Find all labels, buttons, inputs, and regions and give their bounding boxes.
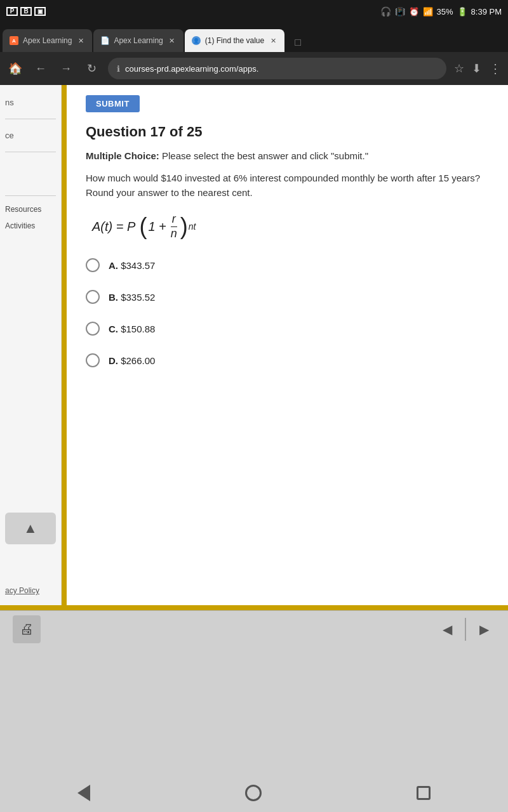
choice-c-letter: C.: [109, 324, 118, 334]
forward-nav-button[interactable]: →: [57, 60, 75, 77]
choice-d-letter: D.: [109, 355, 118, 366]
formula-close-paren: ): [180, 215, 188, 238]
battery-icon: 🔋: [457, 7, 467, 16]
sidebar-divider-3: [5, 195, 56, 196]
choice-b-label: B. $335.52: [109, 292, 155, 303]
formula-A: A(t) = P: [92, 219, 135, 234]
choice-a-label: A. $343.57: [109, 260, 155, 271]
choice-b[interactable]: B. $335.52: [86, 290, 489, 304]
sidebar-divider-1: [5, 119, 56, 119]
submit-button[interactable]: SUBMIT: [86, 95, 140, 112]
back-nav-button[interactable]: ←: [32, 60, 50, 77]
status-bar-right: 🎧 📳 ⏰ 📶 35% 🔋 8:39 PM: [380, 6, 502, 16]
radio-a[interactable]: [86, 258, 100, 272]
address-bar: 🏠 ← → ↻ ℹ courses-prd.apexlearning.com/a…: [0, 52, 508, 85]
sidebar-item-ns: ns: [0, 91, 61, 114]
multiple-choice-label: Multiple Choice:: [86, 150, 159, 161]
new-tab-button[interactable]: □: [288, 33, 307, 52]
choice-a-value: $343.57: [121, 260, 155, 271]
android-nav-bar: [0, 774, 508, 812]
vibrate-icon: 📳: [395, 7, 405, 16]
print-button[interactable]: 🖨: [13, 615, 41, 643]
formula-open-paren: (: [139, 215, 147, 238]
formula-exponent: nt: [189, 221, 196, 232]
choice-d-value: $266.00: [121, 355, 155, 366]
tab-label-3: (1) Find the value: [205, 36, 264, 45]
browser-chrome: A Apex Learning ✕ 📄 Apex Learning ✕ 👤 (1…: [0, 23, 508, 85]
alarm-icon: ⏰: [409, 7, 419, 16]
home-circle-icon: [245, 785, 262, 801]
triangle-up-icon: ▲: [23, 520, 37, 537]
sidebar-item-activities[interactable]: Activities: [0, 218, 61, 234]
secure-icon: ℹ: [117, 64, 120, 74]
page-wrapper: ns ce Resources Activities ▲ acy Policy …: [0, 85, 508, 605]
recents-square-icon: [417, 786, 431, 800]
print-icon: 🖨: [20, 621, 34, 638]
bookmark-icon[interactable]: ☆: [454, 62, 464, 75]
doc-favicon-2: 📄: [100, 36, 110, 46]
radio-b[interactable]: [86, 290, 100, 304]
next-arrow-button[interactable]: ▶: [472, 618, 495, 641]
tab-close-1[interactable]: ✕: [76, 36, 86, 46]
fraction-denominator: n: [170, 227, 178, 241]
tab-label-2: Apex Learning: [114, 36, 163, 45]
choice-d[interactable]: D. $266.00: [86, 353, 489, 367]
pb-icons: P B ▣: [6, 7, 46, 16]
sidebar-nav-button[interactable]: ▲: [5, 513, 56, 544]
choice-a-letter: A.: [109, 260, 118, 271]
tab-find-value[interactable]: 👤 (1) Find the value ✕: [185, 29, 284, 52]
choice-b-value: $335.52: [121, 292, 155, 303]
choice-c-label: C. $150.88: [109, 324, 155, 334]
radio-c[interactable]: [86, 322, 100, 336]
question-type-rest: Please select the best answer and click …: [159, 150, 368, 161]
choice-a[interactable]: A. $343.57: [86, 258, 489, 272]
next-arrow-icon: ▶: [479, 622, 489, 637]
headphone-icon: 🎧: [380, 6, 391, 16]
main-content: SUBMIT Question 17 of 25 Multiple Choice…: [67, 85, 508, 605]
tab-apex-learning-1[interactable]: A Apex Learning ✕: [3, 29, 92, 52]
android-back-button[interactable]: [77, 785, 90, 801]
sidebar-item-resources[interactable]: Resources: [0, 201, 61, 218]
signal-icon: 📶: [423, 7, 433, 16]
toolbar-divider: [465, 618, 466, 641]
bottom-toolbar: 🖨 ◀ ▶: [0, 610, 508, 647]
status-bar: P B ▣ 🎧 📳 ⏰ 📶 35% 🔋 8:39 PM: [0, 0, 508, 23]
fraction-numerator: r: [171, 213, 177, 227]
tab-apex-learning-2[interactable]: 📄 Apex Learning ✕: [93, 29, 183, 52]
formula-1plus: 1 +: [148, 219, 166, 234]
status-bar-left: P B ▣: [6, 7, 46, 16]
privacy-policy-link[interactable]: acy Policy: [0, 582, 61, 599]
question-body: How much would $140 invested at 6% inter…: [86, 171, 489, 200]
gold-border-bottom: [0, 605, 508, 610]
back-triangle-icon: [77, 785, 90, 801]
formula-fraction: r n: [170, 213, 178, 240]
android-home-button[interactable]: [245, 785, 262, 801]
question-title: Question 17 of 25: [86, 124, 489, 140]
url-bar[interactable]: ℹ courses-prd.apexlearning.com/apps.: [108, 58, 446, 79]
question-type: Multiple Choice: Please select the best …: [86, 149, 489, 162]
reload-button[interactable]: ↻: [83, 60, 100, 77]
b-icon: B: [20, 7, 32, 16]
menu-icon[interactable]: ⋮: [489, 61, 502, 76]
home-nav-button[interactable]: 🏠: [6, 60, 24, 77]
battery-percent: 35%: [437, 7, 453, 16]
apex-favicon-1: A: [9, 36, 19, 46]
url-text: courses-prd.apexlearning.com/apps.: [125, 64, 438, 74]
tab-label-1: Apex Learning: [23, 36, 72, 45]
tab-close-3[interactable]: ✕: [268, 36, 278, 46]
p-icon: P: [6, 7, 18, 16]
sidebar-ce-label: ce: [5, 131, 14, 140]
download-icon[interactable]: ⬇: [472, 62, 481, 75]
choice-c[interactable]: C. $150.88: [86, 322, 489, 336]
prev-arrow-button[interactable]: ◀: [436, 618, 458, 641]
android-recents-button[interactable]: [417, 786, 431, 800]
sidebar-item-ce: ce: [0, 124, 61, 147]
radio-d[interactable]: [86, 353, 100, 367]
choice-d-label: D. $266.00: [109, 355, 155, 366]
find-favicon-3: 👤: [191, 36, 201, 46]
time-display: 8:39 PM: [471, 7, 502, 16]
tab-close-2[interactable]: ✕: [167, 36, 177, 46]
yellow-border-strip: [62, 85, 67, 605]
resources-label: Resources: [5, 205, 41, 214]
choice-b-letter: B.: [109, 292, 118, 303]
